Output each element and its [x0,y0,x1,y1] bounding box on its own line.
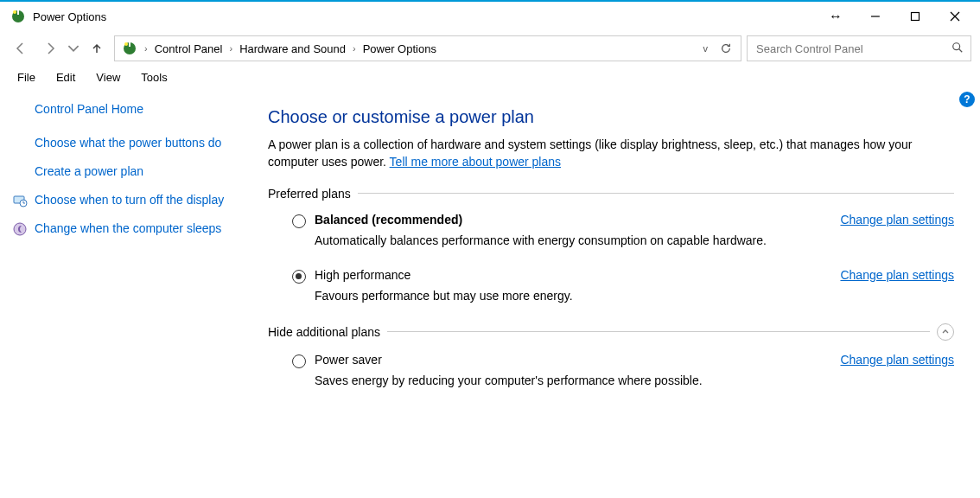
change-plan-link[interactable]: Change plan settings [840,353,954,367]
sidebar-item-label: Change when the computer sleeps [35,221,221,235]
minimize-button[interactable] [856,3,895,29]
sidebar-link-create-plan[interactable]: Create a power plan [35,163,242,180]
side-pane: Control Panel Home Choose what the power… [0,88,259,498]
breadcrumb-seg-power[interactable]: Power Options [360,42,440,55]
radio-power-saver[interactable] [292,354,306,368]
menubar: File Edit View Tools [0,66,980,88]
help-icon[interactable]: ? [959,92,975,107]
group-label-text: Hide additional plans [268,325,380,339]
plan-name[interactable]: High performance [315,268,410,282]
plan-name[interactable]: Power saver [315,353,382,367]
svg-point-10 [953,42,960,49]
menu-tools[interactable]: Tools [132,69,175,86]
svg-rect-1 [17,10,19,15]
plan-name[interactable]: Balanced (recommended) [315,213,462,227]
svg-point-9 [124,42,128,46]
address-bar: › Control Panel › Hardware and Sound › P… [0,31,980,66]
content-pane: ? Choose or customise a power plan A pow… [259,88,980,498]
intro-pre: A power plan is a collection of hardware… [268,137,913,169]
moon-sleep-icon [12,221,28,237]
forward-button[interactable] [38,36,62,61]
plan-desc: Saves energy by reducing your computer's… [315,374,954,387]
power-options-icon [122,41,137,56]
radio-balanced[interactable] [292,214,306,228]
chevron-right-icon[interactable]: › [227,43,234,54]
search-icon[interactable] [951,42,964,56]
titlebar: Power Options ↔ [0,2,980,31]
svg-rect-8 [129,42,130,47]
maximize-button[interactable] [895,3,935,29]
svg-line-11 [959,48,963,52]
menu-file[interactable]: File [9,69,44,86]
window-title: Power Options [33,10,106,23]
sidebar-home-link[interactable]: Control Panel Home [35,102,242,116]
change-plan-link[interactable]: Change plan settings [840,213,954,227]
sidebar-link-buttons[interactable]: Choose what the power buttons do [35,135,242,151]
breadcrumb-seg-control-panel[interactable]: Control Panel [151,42,226,55]
svg-rect-4 [912,13,920,21]
menu-edit[interactable]: Edit [48,69,84,86]
resize-horizontal-icon: ↔ [816,9,856,24]
recent-dropdown[interactable] [67,36,80,61]
up-button[interactable] [85,36,109,61]
search-input[interactable] [754,42,951,56]
plan-balanced: Balanced (recommended) Change plan setti… [268,213,954,247]
collapse-button[interactable] [937,323,954,341]
breadcrumb-dropdown[interactable]: v [698,43,714,54]
breadcrumb-seg-hardware[interactable]: Hardware and Sound [236,42,349,55]
breadcrumb[interactable]: › Control Panel › Hardware and Sound › P… [114,35,741,61]
radio-high-performance[interactable] [292,270,306,284]
intro-link[interactable]: Tell me more about power plans [390,155,561,169]
plan-desc: Favours performance but may use more ene… [315,289,954,303]
refresh-button[interactable] [715,42,737,54]
svg-point-2 [13,10,16,14]
back-button[interactable] [9,36,33,61]
sidebar-item-label: Choose when to turn off the display [35,193,224,207]
group-additional: Hide additional plans [268,323,954,341]
chevron-right-icon[interactable]: › [143,43,150,54]
sidebar-link-display-off[interactable]: Choose when to turn off the display [35,192,242,208]
search-box[interactable] [747,35,971,61]
page-title: Choose or customise a power plan [268,107,954,127]
group-label-text: Preferred plans [268,187,351,201]
menu-view[interactable]: View [87,69,129,86]
intro-text: A power plan is a collection of hardware… [268,136,954,171]
plan-high-performance: High performance Change plan settings Fa… [268,268,954,303]
power-options-icon [10,9,26,24]
display-timer-icon [12,193,28,208]
plan-power-saver: Power saver Change plan settings Saves e… [268,353,954,387]
change-plan-link[interactable]: Change plan settings [840,268,954,282]
plan-desc: Automatically balances performance with … [315,233,954,247]
sidebar-link-sleep[interactable]: Change when the computer sleeps [35,220,242,237]
group-preferred: Preferred plans [268,187,954,201]
close-button[interactable] [935,3,975,29]
chevron-right-icon[interactable]: › [351,43,358,54]
